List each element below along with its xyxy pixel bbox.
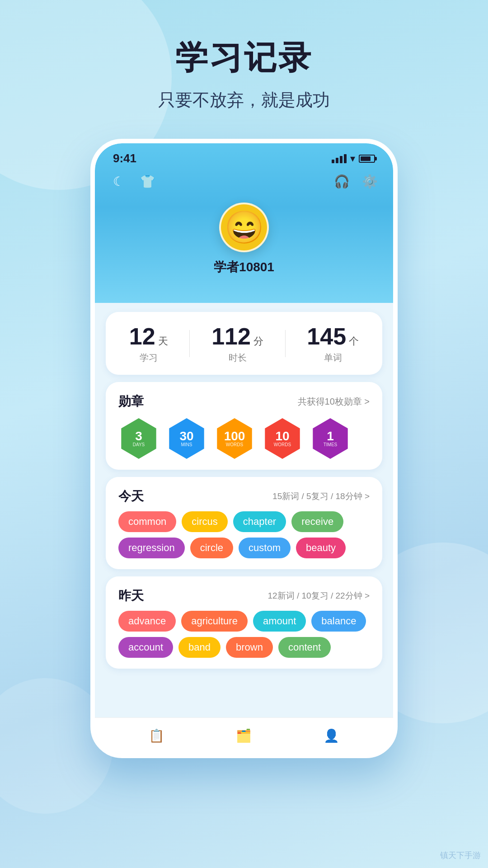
word-band[interactable]: band: [178, 637, 221, 658]
app-topnav: ☾ 👕 🎧 ⚙️: [95, 168, 393, 198]
page-title: 学习记录: [0, 36, 488, 80]
word-circus[interactable]: circus: [182, 511, 227, 532]
badges-header: 勋章 共获得10枚勋章 >: [118, 393, 370, 410]
nav-tab-books[interactable]: 🗂️: [227, 725, 261, 747]
badge-3days: 3 DAYS: [118, 418, 159, 459]
bottom-nav: 📋 🗂️ 👤: [95, 717, 393, 754]
badges-card: 勋章 共获得10枚勋章 > 3 DAYS 30 MINS 100 WORDS: [106, 382, 382, 470]
battery-icon: [359, 155, 375, 163]
badge-10words: 10 WORDS: [262, 418, 303, 459]
today-header: 今天 15新词 / 5复习 / 18分钟 >: [118, 488, 370, 505]
word-common[interactable]: common: [118, 511, 176, 532]
word-regression[interactable]: regression: [118, 538, 185, 558]
stat-days-value: 12: [129, 323, 155, 350]
wifi-icon: ▾: [350, 153, 355, 165]
phone-top-bg: 9:41 ▾ ☾ 👕 🎧: [95, 143, 393, 303]
word-agriculture[interactable]: agriculture: [181, 611, 248, 632]
word-balance[interactable]: balance: [311, 611, 366, 632]
nav-tab-profile[interactable]: 👤: [314, 725, 348, 747]
stat-minutes-value: 112: [211, 323, 251, 350]
record-icon: 📋: [149, 728, 164, 743]
badges-title: 勋章: [118, 393, 144, 410]
status-time: 9:41: [113, 151, 136, 165]
moon-icon[interactable]: ☾: [108, 171, 128, 191]
word-receive[interactable]: receive: [291, 511, 343, 532]
signal-icon: [332, 154, 347, 163]
nav-tab-record[interactable]: 📋: [140, 725, 174, 747]
status-icons: ▾: [332, 153, 375, 165]
stat-divider-1: [189, 330, 190, 357]
phone-frame: 9:41 ▾ ☾ 👕 🎧: [90, 139, 398, 758]
badges-row: 3 DAYS 30 MINS 100 WORDS 10 WORDS: [118, 418, 370, 459]
word-beauty[interactable]: beauty: [296, 538, 346, 558]
word-advance[interactable]: advance: [118, 611, 176, 632]
headset-icon[interactable]: 🎧: [332, 171, 352, 191]
stat-words-value: 145: [307, 323, 346, 350]
settings-icon[interactable]: ⚙️: [360, 171, 380, 191]
phone-content: 12 天 学习 112 分 时长 145 个: [95, 303, 393, 717]
today-title: 今天: [118, 488, 144, 505]
stat-days-label: 学习: [140, 352, 158, 364]
badge-30mins: 30 MINS: [166, 418, 207, 459]
today-card: 今天 15新词 / 5复习 / 18分钟 > common circus cha…: [106, 477, 382, 569]
word-chapter[interactable]: chapter: [233, 511, 286, 532]
badge-100words: 100 WORDS: [214, 418, 255, 459]
stat-days: 12 天 学习: [129, 323, 168, 364]
avatar: 😄: [219, 203, 269, 252]
page-subtitle: 只要不放弃，就是成功: [0, 89, 488, 112]
yesterday-meta[interactable]: 12新词 / 10复习 / 22分钟 >: [268, 590, 370, 602]
stat-minutes-label: 时长: [229, 352, 247, 364]
word-account[interactable]: account: [118, 637, 173, 658]
stat-words-label: 单词: [324, 352, 342, 364]
stat-days-unit: 天: [158, 335, 168, 348]
word-custom[interactable]: custom: [239, 538, 291, 558]
yesterday-title: 昨天: [118, 587, 144, 604]
yesterday-card: 昨天 12新词 / 10复习 / 22分钟 > advance agricult…: [106, 576, 382, 669]
profile-icon: 👤: [324, 728, 339, 743]
word-circle[interactable]: circle: [190, 538, 233, 558]
stats-card: 12 天 学习 112 分 时长 145 个: [106, 312, 382, 375]
user-name: 学者10801: [214, 259, 274, 276]
word-amount[interactable]: amount: [253, 611, 306, 632]
nav-right: 🎧 ⚙️: [332, 171, 380, 191]
watermark: 镇天下手游: [440, 850, 481, 861]
status-bar: 9:41 ▾: [95, 143, 393, 168]
nav-left: ☾ 👕: [108, 171, 157, 191]
badge-1times: 1 TIMES: [310, 418, 351, 459]
badges-link[interactable]: 共获得10枚勋章 >: [298, 396, 370, 408]
books-icon: 🗂️: [236, 728, 252, 743]
stat-minutes: 112 分 时长: [211, 323, 263, 364]
stat-minutes-unit: 分: [253, 335, 263, 348]
yesterday-header: 昨天 12新词 / 10复习 / 22分钟 >: [118, 587, 370, 604]
stat-words: 145 个 单词: [307, 323, 359, 364]
today-words: common circus chapter receive regression…: [118, 511, 370, 558]
page-header: 学习记录 只要不放弃，就是成功: [0, 0, 488, 112]
stat-divider-2: [285, 330, 286, 357]
avatar-section: 😄 学者10801: [95, 198, 393, 289]
phone-mockup: 9:41 ▾ ☾ 👕 🎧: [0, 139, 488, 758]
stat-words-unit: 个: [349, 335, 359, 348]
word-content[interactable]: content: [278, 637, 331, 658]
shirt-icon[interactable]: 👕: [137, 171, 157, 191]
word-brown[interactable]: brown: [226, 637, 273, 658]
today-meta[interactable]: 15新词 / 5复习 / 18分钟 >: [272, 491, 370, 502]
yesterday-words: advance agriculture amount balance accou…: [118, 611, 370, 658]
